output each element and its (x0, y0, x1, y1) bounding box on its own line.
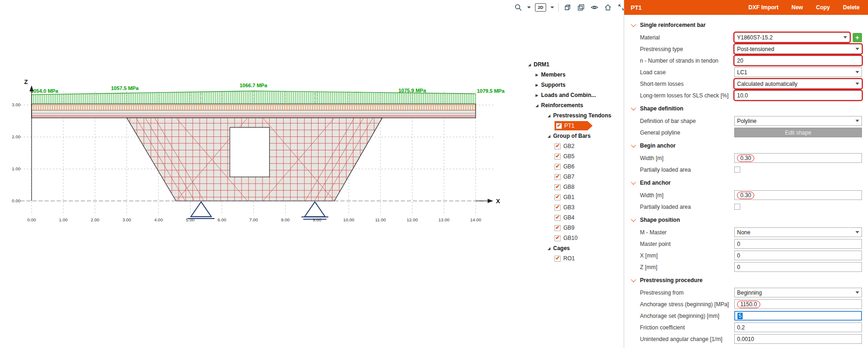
zoom-icon[interactable] (514, 3, 523, 12)
material-select[interactable]: Y1860S7-15.2 (734, 32, 850, 42)
tree-item-ro1[interactable]: ✔RO1 (524, 253, 622, 264)
tree-item-checkbox[interactable]: ✔ (555, 164, 561, 170)
definition-of-bar-shape-select[interactable]: Polyline (734, 116, 862, 126)
tree-item-checkbox[interactable]: ✔ (555, 225, 561, 231)
tree-item-checkbox[interactable]: ✔ (555, 194, 561, 200)
view-mode-chevron[interactable] (550, 6, 554, 8)
tree-collapse-icon[interactable]: ◢ (546, 246, 552, 251)
short-term-losses-select[interactable]: Calculated automatically (734, 79, 862, 89)
x-mm-input[interactable]: 0 (734, 251, 862, 260)
tree-item-gb7[interactable]: ✔GB7 (524, 172, 622, 182)
tree-item-gb4[interactable]: ✔GB4 (524, 213, 622, 223)
tree-item-gb3[interactable]: ✔GB3 (524, 202, 622, 213)
visibility-icon[interactable] (590, 3, 599, 12)
select-value: None (737, 229, 751, 236)
layers-icon[interactable] (576, 3, 586, 12)
stress-label: 1079.5 MPa (477, 88, 505, 94)
width-m-input[interactable]: 0.30 (734, 153, 862, 163)
tree-item-supports[interactable]: ▶Supports (524, 80, 622, 90)
tree-item-loads-and-combin[interactable]: ▶Loads and Combin... (524, 90, 622, 100)
tree-collapse-icon[interactable]: ◢ (546, 114, 552, 118)
tree-expand-icon[interactable]: ▶ (534, 83, 540, 87)
width-m-input[interactable]: 0.30 (734, 190, 862, 200)
partially-loaded-area-checkbox[interactable] (734, 167, 740, 173)
tree-item-gb1[interactable]: ✔GB1 (524, 192, 622, 202)
section-header-begin-anchor[interactable]: Begin anchor (624, 139, 868, 152)
tree-item-gb2[interactable]: ✔GB2 (524, 141, 622, 151)
prop-row-partially-loaded-area: Partially loaded area (624, 164, 868, 175)
anchorage-set-beginning-mm-input[interactable]: 5 (734, 311, 862, 321)
tree-collapse-icon[interactable]: ◢ (546, 134, 552, 138)
tree-collapse-icon[interactable]: ◢ (534, 103, 540, 108)
z-mm-input[interactable]: 0 (734, 262, 862, 272)
view-mode-select[interactable]: 2D (535, 3, 546, 12)
m-master-select[interactable]: None (734, 227, 862, 237)
home-view-icon[interactable] (603, 3, 613, 12)
prop-control: LC1 (734, 67, 862, 77)
partially-loaded-area-checkbox[interactable] (734, 204, 740, 210)
copy-button[interactable]: Copy (816, 4, 830, 11)
input-value: 20 (737, 58, 743, 64)
dropdown-arrow-icon (843, 36, 847, 39)
prop-label: Friction coefficient (640, 324, 734, 331)
edit-shape-button[interactable]: Edit shape (734, 128, 862, 137)
master-point-input[interactable]: 0 (734, 239, 862, 249)
long-term-losses-for-sls-check-input[interactable]: 10.0 (734, 90, 862, 100)
tree-item-cages[interactable]: ◢Cages (524, 243, 622, 253)
dropdown-arrow-icon (855, 120, 859, 122)
section-header-prestressing-procedure[interactable]: Prestressing procedure (624, 274, 868, 287)
unintended-angular-change-1-m-input[interactable]: 0.0010 (734, 334, 862, 344)
prop-row-z-mm: Z [mm]0 (624, 261, 868, 273)
n-number-of-strands-in-tendon-input[interactable]: 20 (734, 56, 862, 65)
tree-expand-icon[interactable]: ▶ (534, 93, 540, 97)
tree-item-pt1[interactable]: ✔PT1 (524, 121, 622, 131)
check-icon: ✔ (555, 215, 560, 220)
prop-row-material: MaterialY1860S7-15.2+ (624, 32, 868, 43)
tree-item-gb8[interactable]: ✔GB8 (524, 182, 622, 192)
load-case-select[interactable]: LC1 (734, 67, 862, 77)
tree-item-label: PT1 (564, 122, 574, 129)
viewport-canvas[interactable]: 1054.0 MPa1057.5 MPa1066.7 MPa1075.9 MPa… (0, 0, 624, 348)
anchorage-stress-beginning-mpa-input[interactable]: 1150.0 (734, 299, 862, 309)
tree-item-checkbox[interactable]: ✔ (555, 256, 561, 262)
dxf-import-button[interactable]: DXF Import (749, 4, 779, 11)
prop-label: Long-term losses for SLS check [%] (640, 92, 734, 99)
check-icon: ✔ (555, 154, 560, 159)
tree-item-gb5[interactable]: ✔GB5 (524, 151, 622, 161)
tree-item-group-of-bars[interactable]: ◢Group of Bars (524, 131, 622, 141)
tree-item-checkbox[interactable]: ✔ (555, 235, 561, 241)
zoom-options-chevron[interactable] (527, 6, 531, 8)
add-material-button[interactable]: + (853, 33, 862, 42)
tree-item-gb6[interactable]: ✔GB6 (524, 161, 622, 172)
friction-coefficient-input[interactable]: 0.2 (734, 322, 862, 332)
tree-item-members[interactable]: ▶Members (524, 70, 622, 80)
tree-item-prestressing-tendons[interactable]: ◢Prestressing Tendons (524, 110, 622, 121)
x-tick-label: 12.00 (407, 217, 418, 222)
tree-item-checkbox[interactable]: ✔ (555, 174, 561, 180)
prestressing-from-select[interactable]: Beginning (734, 288, 862, 297)
section-title: End anchor (640, 180, 671, 186)
tree-item-gb10[interactable]: ✔GB10 (524, 233, 622, 243)
supports (188, 202, 328, 219)
tree-item-checkbox[interactable]: ✔ (555, 184, 561, 190)
section-header-shape-position[interactable]: Shape position (624, 213, 868, 226)
tree-item-reinforcements[interactable]: ◢Reinforcements (524, 100, 622, 110)
tree-item-checkbox[interactable]: ✔ (555, 215, 561, 221)
tree-item-checkbox[interactable]: ✔ (555, 143, 561, 149)
prop-control: 0 (734, 262, 862, 272)
section-header-shape-definition[interactable]: Shape definition (624, 102, 868, 115)
prestressing-type-select[interactable]: Post-tensioned (734, 44, 862, 54)
tree-collapse-icon[interactable]: ◢ (527, 63, 532, 67)
tree-item-drm1[interactable]: ◢DRM1 (524, 59, 622, 70)
tree-item-checkbox[interactable]: ✔ (555, 205, 561, 211)
section-header-single-reinforcement-bar[interactable]: Single reinforcement bar (624, 19, 868, 32)
delete-button[interactable]: Delete (843, 4, 860, 11)
tree-item-checkbox[interactable]: ✔ (555, 154, 561, 160)
tree-item-gb9[interactable]: ✔GB9 (524, 223, 622, 233)
tree-expand-icon[interactable]: ▶ (534, 73, 540, 77)
x-tick-label: 0.00 (27, 217, 36, 222)
section-header-end-anchor[interactable]: End anchor (624, 176, 868, 189)
new-button[interactable]: New (791, 4, 803, 11)
tree-item-checkbox[interactable]: ✔ (556, 123, 562, 129)
axonometry-icon[interactable] (563, 3, 572, 12)
